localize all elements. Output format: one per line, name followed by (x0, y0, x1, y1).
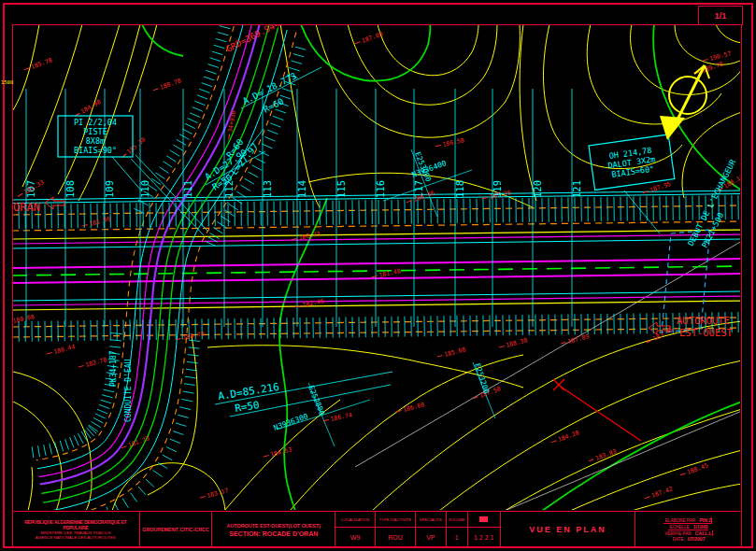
svg-text:186.58: 186.58 (442, 136, 465, 148)
svg-text:180.78: 180.78 (182, 330, 206, 342)
elevation-label: 181.96 (81, 215, 112, 230)
structure-box-line: PISTE (83, 127, 107, 136)
svg-text:187.42: 187.42 (650, 485, 674, 500)
project-line1: AUTOROUTE EST-OUEST(LOT OUEST) (227, 523, 321, 529)
svg-text:181.96: 181.96 (88, 215, 111, 228)
svg-text:182.46: 182.46 (302, 297, 325, 309)
annotation-label: E253200 (473, 362, 491, 395)
svg-text:N3936300: N3936300 (273, 412, 309, 432)
title-block: REPUBLIQUE ALGERIENNE DEMOCRATIQUE ET PO… (12, 511, 740, 547)
volume-header: VOLUME (447, 512, 467, 528)
code-box-icon (479, 516, 488, 522)
annotation-label: A.D=85.216 (217, 381, 279, 403)
elabore-par-label: ELABORE PAR: (665, 518, 696, 523)
station-label: 113 (262, 180, 273, 198)
structure-box: PI 2/2,04PISTE8X8mBIAIS=90° (58, 116, 133, 157)
structure-box: OH 214,78DALOT 3X2mBIAIS=60° (589, 134, 675, 191)
title-block-localisation: LOCALISATION W9 (335, 512, 376, 547)
svg-text:185.38: 185.38 (125, 135, 147, 155)
highway-band (12, 191, 742, 337)
svg-text:180.44: 180.44 (52, 343, 76, 356)
annotation-label: R=50 (234, 399, 260, 415)
elabore-par-cell: ELABORE PAR: PIN.Z (663, 517, 713, 524)
localisation-header: LOCALISATION (335, 512, 375, 528)
svg-text:187.89: 187.89 (566, 332, 590, 346)
elevation-label: 184.63 (263, 445, 293, 460)
title-block-meta: ELABORE PAR: PIN.Z ECHELLE: 1/1000 VERIF… (635, 512, 740, 547)
svg-text:182.78: 182.78 (84, 356, 107, 369)
structure-box-line: PI 2/2,04 (74, 118, 117, 127)
oran-label: ORAN (13, 201, 40, 214)
structure-box-line: 8X8m (86, 136, 105, 146)
autoroute-label-line1: AUTOROUTE (677, 315, 730, 326)
station-label: 111 (182, 180, 193, 198)
svg-text:34+930: 34+930 (226, 110, 237, 134)
structure-box-line: BIAIS=90° (74, 146, 117, 155)
title-block-organization: REPUBLIQUE ALGERIENNE DEMOCRATIQUE ET PO… (12, 512, 140, 547)
title-block-volume: VOLUME 1 (447, 512, 468, 547)
verifie-par-label: VERIFIE PAR: (664, 531, 692, 536)
elevation-label: 182.78 (78, 356, 108, 371)
elevation-label: 187.03 (353, 30, 383, 47)
svg-text:R=50: R=50 (234, 399, 260, 415)
echelle-value: 1/1000 (693, 524, 708, 530)
svg-text:E253200: E253200 (473, 362, 491, 395)
elevation-label: 180.73 (291, 230, 321, 243)
svg-text:CONDUITE D'EAU: CONDUITE D'EAU (124, 359, 133, 422)
echelle-label: ECHELLE: (670, 525, 691, 530)
annotation-label: PK34+187 (109, 350, 118, 387)
specialite-header: SPECIALITE (416, 512, 446, 528)
elevation-label: 180.08 (5, 313, 36, 326)
project-line2: SECTION: ROCADE D'ORAN (229, 530, 318, 537)
elevation-label: 187.42 (643, 485, 673, 502)
org-line: AGENCE NATIONALE DES AUTOROUTES (36, 535, 116, 540)
title-block-drawing-title: VUE EN PLAN (501, 512, 636, 547)
elevation-label: 181.73 (120, 434, 150, 451)
groupement-label: GROUPEMENT CITIC-CRCC (142, 527, 209, 532)
echelle-cell: ECHELLE: 1/1000 (668, 524, 708, 530)
station-label: 115 (335, 180, 347, 198)
elevation-label: 34+930 (225, 110, 237, 140)
date-label: DATE: (673, 537, 685, 542)
elevation-label: 186.58 (435, 136, 465, 149)
title-block-specialite: SPECIALITE VP (416, 512, 447, 547)
elevation-label: 186.74 (322, 411, 353, 424)
svg-text:183.17: 183.17 (206, 487, 229, 500)
elevation-label: 185.08 (436, 346, 467, 360)
code-value: 1 2 2 1 (474, 528, 493, 547)
type-activite-header: TYPE D'ACTIVITE (376, 512, 415, 528)
type-activite-value: ROU (388, 528, 403, 547)
survey-mark-red (553, 379, 641, 441)
station-label: 110 (139, 180, 150, 198)
org-line: REPUBLIQUE ALGERIENNE DEMOCRATIQUE ET PO… (12, 519, 139, 530)
specialite-value: VP (426, 528, 435, 547)
title-block-code: 1 2 2 1 (468, 512, 501, 547)
svg-text:185.78: 185.78 (30, 56, 53, 71)
elevation-label: 180.78 (175, 330, 206, 343)
elevation-label: 182.46 (294, 297, 325, 310)
autoroute-label-line2: EST-OUEST (679, 327, 734, 338)
station-label: 114 (296, 180, 307, 198)
svg-text:184.63: 184.63 (269, 445, 292, 459)
svg-text:184.28: 184.28 (557, 429, 580, 444)
elabore-par-value: PIN.Z (699, 517, 711, 523)
svg-text:PK34+187: PK34+187 (109, 350, 118, 387)
elevation-label: 189.78 (693, 60, 723, 77)
svg-text:187.03: 187.03 (361, 30, 384, 45)
station-label: 116 (375, 180, 386, 198)
station-label: 108 (64, 180, 76, 198)
svg-text:186.74: 186.74 (330, 411, 353, 423)
margin-contour-label: 1500 (1, 79, 13, 85)
date-cell: DATE: 07/2007 (671, 536, 706, 542)
station-label: 109 (104, 180, 115, 198)
elevation-label: 183.83 (587, 447, 617, 464)
code-header (468, 512, 500, 528)
elevation-label: 184.28 (549, 429, 579, 445)
station-label: 120 (532, 180, 543, 198)
annotation-label: CONDUITE D'EAU (124, 359, 133, 422)
svg-text:181.73: 181.73 (127, 434, 150, 449)
annotation-label: N3936300 (273, 412, 309, 432)
plan-view-canvas: 1071081091101111121131141151161171181191… (0, 0, 756, 551)
svg-text:188.45: 188.45 (686, 461, 709, 476)
station-label: 121 (571, 180, 582, 198)
